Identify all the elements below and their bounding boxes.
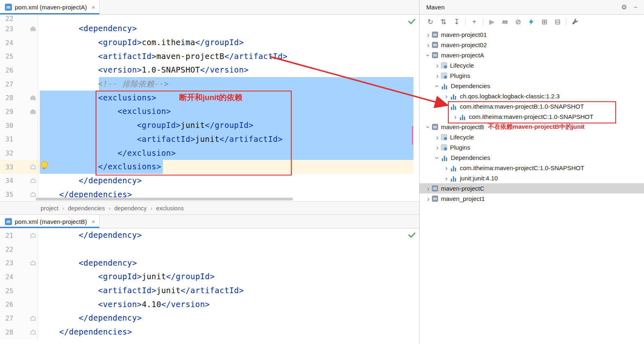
- code-line-27[interactable]: 27 <!-- 排除依赖-->: [0, 77, 419, 91]
- chevron-right-icon[interactable]: ›: [425, 185, 432, 192]
- code-line-26[interactable]: 26 <version>4.10</version>: [0, 297, 419, 311]
- code-text-area[interactable]: <!-- 排除依赖-->: [38, 77, 413, 91]
- maven-tree-item[interactable]: ›junit:junit:4.10: [420, 173, 644, 183]
- horizontal-scrollbar[interactable]: [36, 198, 293, 200]
- settings-gear-icon[interactable]: ⚙: [621, 3, 627, 11]
- code-text-area[interactable]: <dependency>: [38, 22, 413, 36]
- code-text-area[interactable]: <version>4.10</version>: [38, 297, 413, 311]
- gutter-tag-icon[interactable]: [30, 178, 36, 183]
- code-line-25[interactable]: 25 <artifactId>junit</artifactId>: [0, 284, 419, 298]
- generate-sources-icon[interactable]: ⇅: [437, 16, 450, 27]
- collapse-all-icon[interactable]: ⊟: [551, 16, 564, 27]
- editor-gutter: 28: [0, 325, 38, 339]
- maven-tree-item[interactable]: ›mmaven-project02: [420, 40, 644, 50]
- breadcrumb-item-project[interactable]: project: [41, 205, 59, 212]
- reimport-icon[interactable]: ↻: [424, 16, 437, 27]
- code-text-area[interactable]: <groupId>com.itheima</groupId>: [38, 36, 413, 50]
- code-line-34[interactable]: 34 </dependency>: [0, 174, 419, 188]
- maven-tree-item[interactable]: ›mmaven-projectA: [420, 50, 644, 60]
- maven-tree-item[interactable]: ›mmaven-projectC: [420, 183, 644, 194]
- maven-tree-item[interactable]: ›Plugins: [420, 71, 644, 81]
- code-text-area[interactable]: <artifactId>maven-projectB</artifactId>: [38, 49, 413, 63]
- code-line-22[interactable]: 22: [0, 15, 419, 22]
- chevron-down-icon[interactable]: ›: [425, 123, 432, 131]
- intention-bulb-icon[interactable]: [41, 161, 48, 168]
- chevron-right-icon[interactable]: ›: [425, 195, 432, 203]
- chevron-right-icon[interactable]: ›: [434, 72, 441, 80]
- chevron-right-icon[interactable]: ›: [443, 175, 450, 182]
- chevron-down-icon[interactable]: ›: [434, 82, 441, 90]
- code-line-26[interactable]: 26 <version>1.0-SNAPSHOT</version>: [0, 63, 419, 77]
- add-maven-project-icon[interactable]: +: [468, 16, 481, 27]
- tab-close-icon[interactable]: ×: [91, 218, 95, 225]
- maven-tree: ›mmaven-project01›mmaven-project02›mmave…: [420, 29, 644, 344]
- code-line-28[interactable]: 28 </dependencies>: [0, 325, 419, 339]
- maven-tree-item[interactable]: ›mmaven-project01: [420, 30, 644, 40]
- offline-mode-icon[interactable]: [525, 16, 538, 27]
- maven-tree-item[interactable]: ›Dependencies: [420, 153, 644, 163]
- maven-folder-gear-icon: [441, 134, 447, 140]
- editor-maven-projectB[interactable]: 21 </dependency>2223 <dependency>24 <gro…: [0, 228, 419, 344]
- gutter-tag-icon[interactable]: [30, 95, 36, 100]
- code-text-area[interactable]: [38, 15, 413, 22]
- breadcrumb-item-dependencies[interactable]: dependencies: [68, 205, 105, 212]
- expand-all-icon[interactable]: ⊞: [538, 16, 551, 27]
- chevron-right-icon[interactable]: ›: [443, 93, 450, 100]
- gutter-tag-icon[interactable]: [30, 260, 36, 265]
- maven-tree-item[interactable]: ›mmaven_project1: [420, 194, 644, 204]
- code-text-area[interactable]: </dependency>: [38, 311, 413, 325]
- code-text-area[interactable]: </dependencies>: [38, 325, 413, 339]
- code-line-27[interactable]: 27 </dependency>: [0, 311, 419, 325]
- code-line-23[interactable]: 23 <dependency>: [0, 22, 419, 36]
- maven-tree-item[interactable]: ›Lifecycle: [420, 132, 644, 142]
- skip-tests-icon[interactable]: ⊘: [512, 16, 525, 27]
- code-text-area[interactable]: </dependency>: [38, 228, 413, 242]
- download-sources-icon[interactable]: ↧: [450, 16, 463, 27]
- hide-panel-icon[interactable]: −: [634, 4, 637, 11]
- code-line-24[interactable]: 24 <groupId>com.itheima</groupId>: [0, 36, 419, 50]
- code-text-area[interactable]: <version>1.0-SNAPSHOT</version>: [38, 63, 413, 77]
- code-line-23[interactable]: 23 <dependency>: [0, 256, 419, 270]
- gutter-tag-icon[interactable]: [30, 192, 36, 197]
- breadcrumb-item-exclusions[interactable]: exclusions: [156, 205, 184, 212]
- maven-tree-item[interactable]: ›Lifecycle: [420, 60, 644, 71]
- tab-close-icon[interactable]: ×: [91, 4, 95, 11]
- chevron-down-icon[interactable]: ›: [434, 154, 441, 162]
- code-text-area[interactable]: </dependency>: [38, 174, 413, 188]
- code-line-22[interactable]: 22: [0, 242, 419, 256]
- tab-pom-maven-projectA[interactable]: m pom.xml (maven-projectA) ×: [0, 0, 100, 14]
- chevron-right-icon[interactable]: ›: [425, 31, 432, 39]
- tree-item-label: junit:junit:4.10: [460, 175, 498, 182]
- gutter-tag-icon[interactable]: [30, 164, 36, 169]
- code-line-text: <version>1.0-SNAPSHOT</version>: [38, 66, 249, 74]
- chevron-right-icon[interactable]: ›: [434, 62, 441, 69]
- chevron-right-icon[interactable]: ›: [443, 164, 450, 172]
- chevron-down-icon[interactable]: ›: [425, 52, 432, 59]
- execute-goal-icon[interactable]: m: [498, 16, 512, 27]
- editor-maven-projectA[interactable]: 断开和junit的依赖 2223 <dependency>24 <groupId…: [0, 15, 419, 201]
- gutter-tag-icon[interactable]: [30, 316, 36, 321]
- gutter-tag-icon[interactable]: [30, 233, 36, 238]
- maven-settings-icon[interactable]: [569, 16, 582, 27]
- chevron-right-icon[interactable]: ›: [425, 41, 432, 49]
- code-line-21[interactable]: 21 </dependency>: [0, 228, 419, 242]
- maven-tree-item[interactable]: ›ch.qos.logback:logback-classic:1.2.3: [420, 91, 644, 101]
- gutter-tag-icon[interactable]: [30, 109, 36, 114]
- chevron-right-icon[interactable]: ›: [434, 144, 441, 151]
- breadcrumb-item-dependency[interactable]: dependency: [114, 205, 147, 212]
- tab-pom-maven-projectB[interactable]: m pom.xml (maven-projectB) ×: [0, 215, 100, 228]
- code-text-area[interactable]: [38, 242, 413, 256]
- maven-tree-item[interactable]: ›com.itheima:maven-projectC:1.0-SNAPSHOT: [420, 163, 644, 173]
- code-text-area[interactable]: <artifactId>junit</artifactId>: [38, 284, 413, 298]
- chevron-right-icon[interactable]: ›: [434, 134, 441, 141]
- maven-tree-item[interactable]: ›Dependencies: [420, 81, 644, 91]
- code-line-25[interactable]: 25 <artifactId>maven-projectB</artifactI…: [0, 49, 419, 63]
- line-number: 28: [5, 328, 13, 336]
- code-text-area[interactable]: <groupId>junit</groupId>: [38, 270, 413, 284]
- code-line-24[interactable]: 24 <groupId>junit</groupId>: [0, 270, 419, 284]
- run-build-icon[interactable]: ▶: [485, 16, 498, 27]
- gutter-tag-icon[interactable]: [30, 330, 36, 335]
- code-text-area[interactable]: <dependency>: [38, 256, 413, 270]
- gutter-tag-icon[interactable]: [30, 26, 36, 31]
- maven-tree-item[interactable]: ›Plugins: [420, 142, 644, 153]
